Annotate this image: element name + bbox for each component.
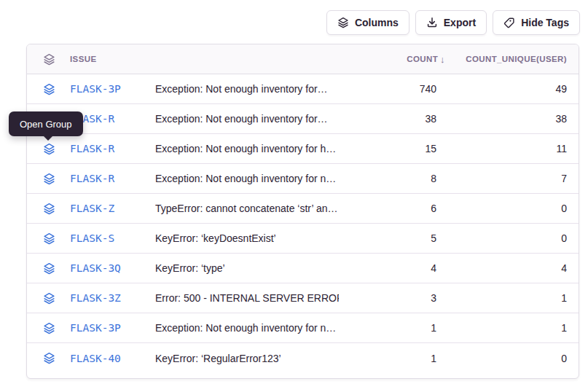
- hide-tags-button[interactable]: Hide Tags: [493, 10, 580, 35]
- open-group-tooltip: Open Group: [9, 111, 83, 136]
- tooltip-arrow: [43, 136, 53, 141]
- open-group-icon[interactable]: [43, 292, 70, 305]
- table-row: FLASK-R Exception: Not enough inventory …: [27, 104, 579, 134]
- open-group-icon[interactable]: [43, 173, 70, 185]
- open-group-icon[interactable]: [43, 262, 70, 275]
- table-row: FLASK-3Q KeyError: ‘type’ 4 4: [27, 254, 579, 283]
- count-unique-value: 0: [448, 353, 579, 364]
- table-row: FLASK-3P Exception: Not enough inventory…: [27, 74, 579, 104]
- table-row: FLASK-3P Exception: Not enough inventory…: [27, 313, 579, 343]
- issue-description: Exception: Not enough inventory for…: [155, 113, 339, 125]
- count-value: 1: [339, 322, 448, 334]
- issue-description: Exception: Not enough inventory for n…: [155, 173, 339, 184]
- count-value: 1: [339, 353, 448, 364]
- layers-icon: [337, 17, 349, 28]
- issue-description: Exception: Not enough inventory for n…: [155, 322, 339, 334]
- count-value: 5: [339, 232, 448, 244]
- table-row: FLASK-Z TypeError: cannot concatenate ‘s…: [27, 194, 579, 224]
- count-unique-value: 0: [448, 232, 579, 244]
- issue-description: Exception: Not enough inventory for h…: [155, 143, 339, 154]
- hide-tags-button-label: Hide Tags: [521, 17, 569, 28]
- screen: Columns Export Hide Tags ISSUE COUNT ↓: [0, 0, 588, 392]
- table-row: FLASK-S KeyError: ‘keyDoesntExist’ 5 0: [27, 224, 579, 254]
- issue-link[interactable]: FLASK-R: [70, 113, 155, 125]
- count-unique-value: 7: [448, 173, 579, 184]
- issue-description: TypeError: cannot concatenate ‘str’ an…: [155, 203, 339, 214]
- count-value: 38: [339, 113, 448, 125]
- table-row: FLASK-40 KeyError: ‘RegularError123’ 1 0: [27, 343, 579, 373]
- open-group-icon[interactable]: [43, 203, 70, 215]
- count-value: 740: [339, 83, 448, 95]
- issue-column-header[interactable]: ISSUE: [70, 55, 155, 63]
- count-value: 4: [339, 262, 448, 274]
- sort-descending-icon: ↓: [440, 54, 445, 65]
- count-column-header[interactable]: COUNT ↓: [339, 54, 448, 65]
- download-icon: [426, 17, 438, 28]
- tag-icon: [503, 17, 515, 28]
- count-unique-value: 1: [448, 322, 579, 334]
- issue-description: Exception: Not enough inventory for…: [155, 83, 339, 95]
- count-unique-value: 4: [448, 262, 579, 274]
- count-unique-column-header[interactable]: COUNT_UNIQUE(USER): [448, 55, 579, 63]
- open-group-icon[interactable]: [43, 322, 70, 334]
- table-row: FLASK-R Exception: Not enough inventory …: [27, 164, 579, 194]
- count-value: 15: [339, 143, 448, 154]
- count-value: 8: [339, 173, 448, 184]
- table-row: FLASK-R Exception: Not enough inventory …: [27, 134, 579, 164]
- export-button-label: Export: [444, 17, 476, 28]
- open-group-icon[interactable]: [43, 143, 70, 155]
- columns-button-label: Columns: [355, 17, 399, 28]
- count-value: 3: [339, 292, 448, 304]
- open-group-icon[interactable]: [43, 232, 70, 245]
- open-group-icon[interactable]: [43, 83, 70, 95]
- toolbar: Columns Export Hide Tags: [326, 10, 580, 35]
- count-unique-value: 38: [448, 113, 579, 125]
- issue-link[interactable]: FLASK-Z: [70, 203, 155, 214]
- issues-stack-icon: [43, 53, 70, 66]
- issue-link[interactable]: FLASK-3Q: [70, 262, 155, 274]
- table-row: FLASK-3Z Error: 500 - INTERNAL SERVER ER…: [27, 283, 579, 313]
- count-header-label: COUNT: [407, 55, 438, 63]
- export-button[interactable]: Export: [415, 10, 487, 35]
- issue-description: KeyError: ‘RegularError123’: [155, 353, 339, 364]
- issue-description: KeyError: ‘type’: [155, 262, 339, 274]
- table-header: ISSUE COUNT ↓ COUNT_UNIQUE(USER): [27, 44, 579, 74]
- issue-link[interactable]: FLASK-R: [70, 173, 155, 184]
- issue-link[interactable]: FLASK-R: [70, 143, 155, 154]
- tooltip-label: Open Group: [20, 119, 72, 130]
- count-unique-value: 11: [448, 143, 579, 154]
- open-group-icon[interactable]: [43, 352, 70, 364]
- issues-table: ISSUE COUNT ↓ COUNT_UNIQUE(USER) FLASK-3…: [26, 44, 579, 379]
- table-body: FLASK-3P Exception: Not enough inventory…: [27, 74, 579, 373]
- issue-link[interactable]: FLASK-3P: [70, 322, 155, 334]
- issue-link[interactable]: FLASK-40: [70, 353, 155, 364]
- count-unique-value: 49: [448, 83, 579, 95]
- columns-button[interactable]: Columns: [326, 10, 409, 35]
- count-unique-value: 1: [448, 292, 579, 304]
- count-value: 6: [339, 203, 448, 214]
- issue-description: KeyError: ‘keyDoesntExist’: [155, 232, 339, 244]
- issue-link[interactable]: FLASK-S: [70, 232, 155, 244]
- issue-link[interactable]: FLASK-3P: [70, 83, 155, 95]
- count-unique-value: 0: [448, 203, 579, 214]
- issue-description: Error: 500 - INTERNAL SERVER ERROR: [155, 292, 339, 304]
- issue-link[interactable]: FLASK-3Z: [70, 292, 155, 304]
